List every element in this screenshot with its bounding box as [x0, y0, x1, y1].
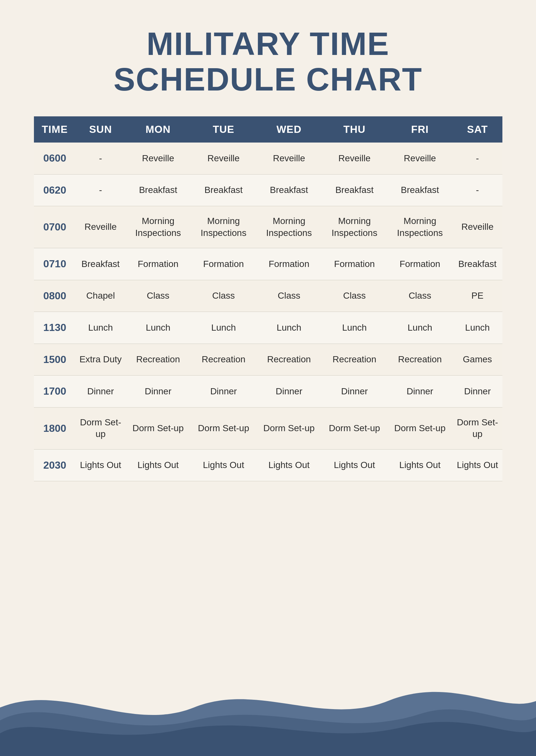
table-row: 1700DinnerDinnerDinnerDinnerDinnerDinner… [34, 376, 502, 408]
table-row: 2030Lights OutLights OutLights OutLights… [34, 449, 502, 481]
table-body: 0600-ReveilleReveilleReveilleReveilleRev… [34, 143, 502, 481]
cell-0600-thu: Reveille [322, 143, 387, 174]
title-line1: MILITARY TIME [147, 25, 390, 62]
cell-1800-tue: Dorm Set-up [191, 407, 256, 449]
cell-0700-tue: Morning Inspections [191, 206, 256, 248]
cell-1800-thu: Dorm Set-up [322, 407, 387, 449]
cell-1500-tue: Recreation [191, 344, 256, 376]
cell-0800-thu: Class [322, 280, 387, 312]
wave-section [0, 643, 536, 756]
header-wed: WED [256, 116, 322, 143]
cell-1700-sat: Dinner [452, 376, 502, 408]
cell-0800-mon: Class [125, 280, 191, 312]
cell-0800-wed: Class [256, 280, 322, 312]
time-cell: 0600 [34, 143, 76, 174]
cell-1800-fri: Dorm Set-up [387, 407, 452, 449]
time-cell: 2030 [34, 449, 76, 481]
cell-1500-fri: Recreation [387, 344, 452, 376]
cell-0800-sat: PE [452, 280, 502, 312]
wave-svg [0, 643, 536, 756]
cell-2030-sat: Lights Out [452, 449, 502, 481]
cell-1130-mon: Lunch [125, 312, 191, 344]
cell-0710-sun: Breakfast [76, 248, 125, 280]
cell-0620-fri: Breakfast [387, 174, 452, 206]
cell-0600-wed: Reveille [256, 143, 322, 174]
time-cell: 0710 [34, 248, 76, 280]
cell-0700-mon: Morning Inspections [125, 206, 191, 248]
header-fri: FRI [387, 116, 452, 143]
cell-1500-wed: Recreation [256, 344, 322, 376]
cell-0710-mon: Formation [125, 248, 191, 280]
cell-2030-thu: Lights Out [322, 449, 387, 481]
cell-0710-wed: Formation [256, 248, 322, 280]
cell-1130-tue: Lunch [191, 312, 256, 344]
time-cell: 1130 [34, 312, 76, 344]
cell-1500-thu: Recreation [322, 344, 387, 376]
cell-0700-sun: Reveille [76, 206, 125, 248]
cell-1500-mon: Recreation [125, 344, 191, 376]
cell-1700-tue: Dinner [191, 376, 256, 408]
cell-1130-thu: Lunch [322, 312, 387, 344]
cell-1130-sat: Lunch [452, 312, 502, 344]
cell-0620-tue: Breakfast [191, 174, 256, 206]
cell-0620-mon: Breakfast [125, 174, 191, 206]
header-row: TIME SUN MON TUE WED THU FRI SAT [34, 116, 502, 143]
cell-0700-wed: Morning Inspections [256, 206, 322, 248]
time-cell: 0800 [34, 280, 76, 312]
cell-1700-fri: Dinner [387, 376, 452, 408]
cell-0710-sat: Breakfast [452, 248, 502, 280]
table-row: 1500Extra DutyRecreationRecreationRecrea… [34, 344, 502, 376]
table-row: 0600-ReveilleReveilleReveilleReveilleRev… [34, 143, 502, 174]
cell-1700-sun: Dinner [76, 376, 125, 408]
cell-0620-wed: Breakfast [256, 174, 322, 206]
cell-0800-fri: Class [387, 280, 452, 312]
cell-0600-tue: Reveille [191, 143, 256, 174]
cell-2030-wed: Lights Out [256, 449, 322, 481]
cell-2030-mon: Lights Out [125, 449, 191, 481]
cell-0800-tue: Class [191, 280, 256, 312]
header-time: TIME [34, 116, 76, 143]
table-row: 1800Dorm Set-upDorm Set-upDorm Set-upDor… [34, 407, 502, 449]
header-sat: SAT [452, 116, 502, 143]
cell-1500-sun: Extra Duty [76, 344, 125, 376]
cell-0710-tue: Formation [191, 248, 256, 280]
cell-0600-sat: - [452, 143, 502, 174]
cell-0710-thu: Formation [322, 248, 387, 280]
cell-0620-thu: Breakfast [322, 174, 387, 206]
cell-0620-sun: - [76, 174, 125, 206]
cell-0600-fri: Reveille [387, 143, 452, 174]
main-title: MILITARY TIME SCHEDULE CHART [114, 26, 422, 97]
page-container: MILITARY TIME SCHEDULE CHART TIME SUN MO… [0, 0, 536, 756]
header-mon: MON [125, 116, 191, 143]
cell-1130-sun: Lunch [76, 312, 125, 344]
cell-0700-thu: Morning Inspections [322, 206, 387, 248]
header-tue: TUE [191, 116, 256, 143]
table-row: 0710BreakfastFormationFormationFormation… [34, 248, 502, 280]
cell-2030-sun: Lights Out [76, 449, 125, 481]
table-row: 0700ReveilleMorning InspectionsMorning I… [34, 206, 502, 248]
cell-1130-wed: Lunch [256, 312, 322, 344]
cell-0600-mon: Reveille [125, 143, 191, 174]
time-cell: 1700 [34, 376, 76, 408]
time-cell: 1500 [34, 344, 76, 376]
time-cell: 0620 [34, 174, 76, 206]
cell-0620-sat: - [452, 174, 502, 206]
table-row: 1130LunchLunchLunchLunchLunchLunchLunch [34, 312, 502, 344]
title-line2: SCHEDULE CHART [114, 61, 422, 97]
cell-0700-fri: Morning Inspections [387, 206, 452, 248]
header-sun: SUN [76, 116, 125, 143]
cell-1130-fri: Lunch [387, 312, 452, 344]
cell-0710-fri: Formation [387, 248, 452, 280]
cell-0800-sun: Chapel [76, 280, 125, 312]
cell-1800-sat: Dorm Set-up [452, 407, 502, 449]
cell-2030-fri: Lights Out [387, 449, 452, 481]
cell-1700-mon: Dinner [125, 376, 191, 408]
cell-1700-wed: Dinner [256, 376, 322, 408]
header-thu: THU [322, 116, 387, 143]
cell-1800-wed: Dorm Set-up [256, 407, 322, 449]
cell-0600-sun: - [76, 143, 125, 174]
cell-2030-tue: Lights Out [191, 449, 256, 481]
cell-0700-sat: Reveille [452, 206, 502, 248]
time-cell: 0700 [34, 206, 76, 248]
cell-1800-sun: Dorm Set-up [76, 407, 125, 449]
